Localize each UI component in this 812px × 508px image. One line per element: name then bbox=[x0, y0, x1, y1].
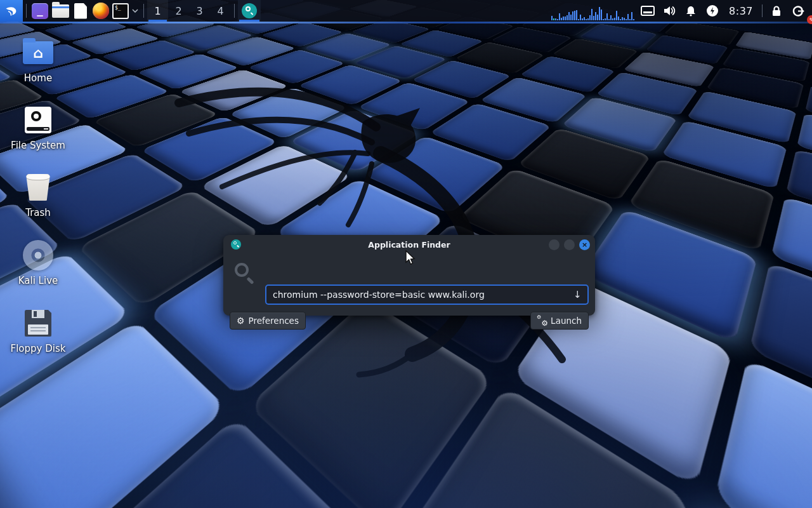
folder-icon bbox=[52, 4, 69, 18]
terminal-icon: $_ bbox=[112, 3, 129, 19]
application-finder-icon bbox=[242, 3, 257, 18]
desktop-icon-trash[interactable]: Trash bbox=[8, 171, 69, 218]
hard-drive-icon bbox=[25, 107, 51, 133]
workspace-1[interactable]: 1 bbox=[147, 0, 168, 22]
firefox-launcher[interactable] bbox=[91, 0, 111, 22]
panel-separator bbox=[234, 4, 235, 18]
titlebar[interactable]: Application Finder × bbox=[223, 235, 595, 254]
logout-icon bbox=[792, 5, 804, 17]
notifications-button[interactable] bbox=[681, 0, 701, 22]
panel-separator bbox=[143, 4, 144, 18]
command-input[interactable] bbox=[265, 284, 589, 305]
application-finder-window: Application Finder × ↓ ⚙ Preferences bbox=[223, 235, 595, 316]
keyboard-indicator-button[interactable] bbox=[638, 0, 658, 22]
document-icon bbox=[74, 3, 87, 19]
text-editor-launcher[interactable]: ✎ bbox=[70, 0, 91, 22]
gear-icon: ⚙ bbox=[237, 316, 245, 325]
desktop-icon bbox=[32, 3, 48, 19]
terminal-launcher[interactable]: $_ bbox=[111, 0, 130, 22]
speaker-icon bbox=[663, 5, 676, 17]
desktop-icon-label: Kali Live bbox=[8, 275, 69, 286]
workspace-2[interactable]: 2 bbox=[168, 0, 189, 22]
file-manager-launcher[interactable] bbox=[50, 0, 70, 22]
launch-label: Launch bbox=[551, 316, 582, 326]
home-icon: ⌂ bbox=[23, 41, 53, 64]
desktop-icon-label: File System bbox=[8, 140, 69, 151]
logout-button[interactable] bbox=[788, 0, 808, 22]
preferences-label: Preferences bbox=[249, 316, 299, 326]
desktop-icon-file-system[interactable]: File System bbox=[8, 104, 69, 151]
workspace-3[interactable]: 3 bbox=[189, 0, 210, 22]
panel-separator bbox=[762, 4, 763, 17]
wallpaper-horizon-glow bbox=[0, 22, 812, 23]
home-folder-icon: ⌂ bbox=[23, 41, 53, 64]
terminal-dropdown-button[interactable] bbox=[130, 0, 140, 22]
desktop: ⌂ Home File System Trash Kali Live Flopp… bbox=[0, 0, 812, 508]
desktop-icon-label: Trash bbox=[8, 207, 69, 218]
workspace-switcher: 1 2 3 4 bbox=[147, 0, 231, 22]
kali-logo-icon bbox=[4, 3, 19, 18]
trash-icon bbox=[26, 174, 50, 201]
button-row: ⚙ Preferences ⚙⚙ Launch bbox=[230, 312, 589, 330]
preferences-button[interactable]: ⚙ Preferences bbox=[230, 312, 306, 330]
show-desktop-button[interactable] bbox=[30, 0, 50, 22]
run-gears-icon: ⚙⚙ bbox=[537, 316, 547, 326]
workspace-4[interactable]: 4 bbox=[210, 0, 231, 22]
system-load-graph[interactable] bbox=[551, 5, 636, 20]
window-controls: × bbox=[549, 239, 590, 250]
maximize-button[interactable] bbox=[564, 239, 575, 250]
power-bolt-icon bbox=[706, 4, 719, 17]
search-icon bbox=[235, 263, 249, 277]
desktop-icon-floppy-disk[interactable]: Floppy Disk bbox=[8, 307, 69, 354]
power-manager-button[interactable] bbox=[702, 0, 723, 22]
taskbar-application-finder-button[interactable] bbox=[238, 0, 261, 22]
close-button[interactable]: × bbox=[579, 239, 590, 250]
cd-disc-icon bbox=[23, 240, 53, 271]
chevron-down-icon bbox=[132, 9, 138, 13]
firefox-icon bbox=[93, 3, 109, 19]
window-title: Application Finder bbox=[223, 240, 595, 250]
launch-button[interactable]: ⚙⚙ Launch bbox=[530, 312, 589, 330]
bell-icon bbox=[685, 5, 697, 17]
lock-screen-button[interactable] bbox=[766, 0, 787, 22]
desktop-icon-label: Floppy Disk bbox=[8, 343, 69, 354]
volume-button[interactable] bbox=[659, 0, 679, 22]
edit-badge-icon: ✎ bbox=[807, 15, 812, 24]
minimize-button[interactable] bbox=[549, 239, 560, 250]
desktop-icon-home[interactable]: ⌂ Home bbox=[8, 37, 69, 84]
desktop-icon-label: Home bbox=[8, 72, 69, 84]
top-panel: ✎ $_ 1 2 3 4 bbox=[0, 0, 812, 22]
keyboard-icon bbox=[641, 6, 655, 16]
close-icon: × bbox=[582, 241, 587, 248]
applications-menu-button[interactable] bbox=[0, 0, 23, 22]
clock[interactable]: 8:37 bbox=[724, 5, 758, 17]
panel-separator bbox=[26, 4, 27, 18]
floppy-disk-icon bbox=[25, 310, 51, 337]
desktop-icon-kali-live[interactable]: Kali Live bbox=[8, 239, 69, 286]
lock-icon bbox=[771, 5, 782, 17]
